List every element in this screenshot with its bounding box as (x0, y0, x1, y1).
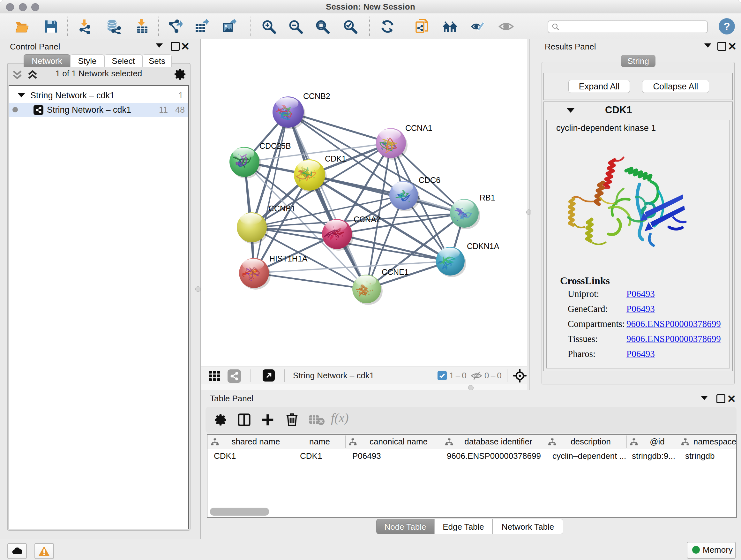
svg-text:CDC6: CDC6 (419, 176, 441, 185)
svg-text:CCNE1: CCNE1 (382, 267, 409, 276)
svg-text:CCNB1: CCNB1 (268, 204, 295, 213)
svg-text:RB1: RB1 (480, 193, 495, 202)
svg-text:CDK1: CDK1 (325, 154, 346, 163)
svg-text:HIST1H1A: HIST1H1A (269, 254, 308, 263)
svg-text:CCNA1: CCNA1 (405, 124, 432, 132)
svg-text:CCNA2: CCNA2 (354, 215, 381, 224)
svg-text:CCNB2: CCNB2 (303, 91, 330, 101)
svg-text:CDC25B: CDC25B (259, 141, 291, 150)
svg-text:CDKN1A: CDKN1A (467, 242, 499, 251)
svg-text:?: ? (724, 20, 730, 32)
